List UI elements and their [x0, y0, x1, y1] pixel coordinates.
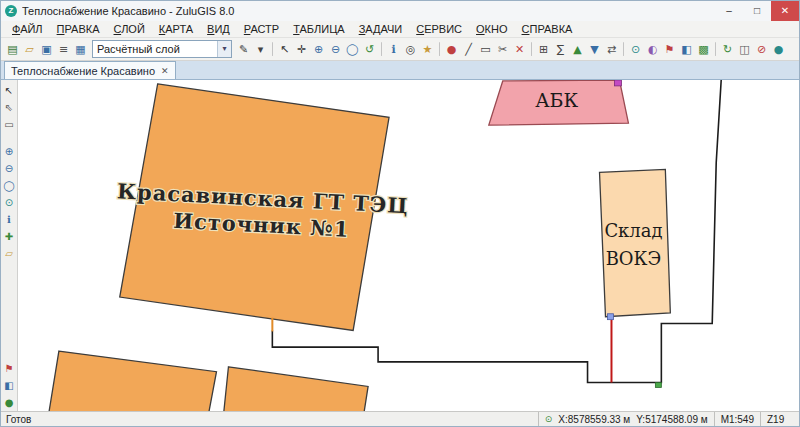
menu-item[interactable]: РАСТР [237, 21, 286, 37]
split-view-icon[interactable]: ◧ [678, 41, 695, 58]
cut-icon[interactable]: ✂ [494, 41, 511, 58]
style-dropdown-icon[interactable]: ▾ [252, 41, 269, 58]
menu-item[interactable]: ВИД [200, 21, 237, 37]
close-button[interactable]: ✕ [771, 1, 799, 21]
grid-icon[interactable]: ⊞ [535, 41, 552, 58]
open-map-icon[interactable]: ▱ [21, 41, 38, 58]
tab-close-icon[interactable]: ✕ [161, 66, 169, 76]
polygon-tool-icon[interactable]: ▭ [477, 41, 494, 58]
map-viewport[interactable]: Красавинская ГТ ТЭЦ Источник №1 АБК Скла… [18, 80, 799, 411]
rect-select-icon[interactable]: ▭ [2, 117, 17, 132]
zoom-window-icon[interactable]: ◯ [344, 41, 361, 58]
table-icon[interactable]: ▦ [72, 41, 89, 58]
tools-spacer [2, 263, 17, 359]
node-marker-magenta[interactable] [614, 80, 621, 86]
zoom-out-tool-icon[interactable]: ⊖ [2, 161, 17, 176]
node-marker-blue[interactable] [607, 314, 613, 320]
status-ready: Готов [1, 414, 538, 425]
move-down-icon[interactable]: ▼ [586, 41, 603, 58]
zoom-in-tool-icon[interactable]: ⊕ [2, 144, 17, 159]
object-info-icon[interactable]: ℹ [2, 212, 17, 227]
tab-label: Теплоснабжение Красавино [11, 65, 155, 77]
menu-item[interactable]: СЕРВИС [409, 21, 469, 37]
tools-gap [2, 134, 17, 142]
tab-bar: Теплоснабжение Красавино ✕ [1, 61, 799, 80]
status-scale[interactable]: М1:549 [714, 412, 760, 426]
sum-icon[interactable]: ∑ [552, 41, 569, 58]
toolbar-separator [623, 42, 624, 56]
menu-bar: ФАЙЛПРАВКАСЛОЙКАРТАВИДРАСТРТАБЛИЦАЗАДАЧИ… [1, 21, 799, 38]
flag-tool-icon[interactable]: ⚑ [2, 361, 17, 376]
edit-style-icon[interactable]: ✎ [235, 41, 252, 58]
mode-icon[interactable]: ◐ [644, 41, 661, 58]
full-extent-icon[interactable]: ⊙ [2, 195, 17, 210]
tab-map-document[interactable]: Теплоснабжение Красавино ✕ [4, 61, 176, 79]
node-marker-green[interactable] [655, 383, 661, 388]
map-canvas[interactable]: Красавинская ГТ ТЭЦ Источник №1 АБК Скла… [18, 80, 799, 411]
find-icon[interactable]: ◎ [402, 41, 419, 58]
legend-icon[interactable]: ◧ [2, 378, 17, 393]
measure-icon[interactable]: ▱ [2, 246, 17, 261]
menu-item[interactable]: СЛОЙ [107, 21, 152, 37]
layer-select[interactable]: Расчётный слой ▾ [92, 40, 232, 58]
flag-icon[interactable]: ⚑ [661, 41, 678, 58]
info-icon[interactable]: ℹ [385, 41, 402, 58]
save-icon[interactable]: ▣ [38, 41, 55, 58]
map-tool-strip: ↖⇖▭⊕⊖◯⊙ℹ✚▱⚑◧● [1, 80, 18, 411]
window-title: Теплоснабжение Красавино - ZuluGIS 8.0 [22, 5, 715, 17]
refresh-icon[interactable]: ↺ [361, 41, 378, 58]
menu-item[interactable]: ЗАДАЧИ [352, 21, 410, 37]
node-tool-icon[interactable]: ● [443, 41, 460, 58]
sklad-building-polygon[interactable] [600, 169, 671, 316]
menu-item[interactable]: ТАБЛИЦА [286, 21, 352, 37]
menu-item[interactable]: ПРАВКА [50, 21, 107, 37]
add-object-icon[interactable]: ✚ [2, 229, 17, 244]
toolbar-separator [381, 42, 382, 56]
app-window: Z Теплоснабжение Красавино - ZuluGIS 8.0… [0, 0, 800, 427]
coord-x: X:8578559.33 м [558, 414, 630, 425]
menu-item[interactable]: ОКНО [469, 21, 514, 37]
new-map-icon[interactable]: ▤ [4, 41, 21, 58]
app-icon: Z [5, 5, 17, 17]
line-tool-icon[interactable]: ╱ [460, 41, 477, 58]
minimize-button[interactable]: – [715, 1, 743, 21]
select-tool-icon[interactable]: ↖ [276, 41, 293, 58]
marker-tool-icon[interactable]: ● [2, 395, 17, 410]
status-zoom-level[interactable]: Z19 [760, 412, 799, 426]
pan-tool-icon[interactable]: ✛ [293, 41, 310, 58]
recalc-icon[interactable]: ↻ [719, 41, 736, 58]
menu-item[interactable]: КАРТА [152, 21, 200, 37]
status-bar: Готов ⊙ X:8578559.33 м Y:5174588.09 м М1… [1, 411, 799, 426]
layer-select-value: Расчётный слой [93, 43, 217, 55]
chevron-down-icon[interactable]: ▾ [217, 41, 231, 57]
zoom-in-icon[interactable]: ⊕ [310, 41, 327, 58]
zoom-box-tool-icon[interactable]: ◯ [2, 178, 17, 193]
bookmark-icon[interactable]: ★ [419, 41, 436, 58]
main-toolbar: ▤▱▣≡▦ Расчётный слой ▾ ✎▾↖✛⊕⊖◯↺ℹ◎★●╱▭✂✕⊞… [1, 38, 799, 61]
swap-icon[interactable]: ⇄ [603, 41, 620, 58]
building-southwest-2[interactable] [222, 367, 368, 411]
zoom-out-icon[interactable]: ⊖ [327, 41, 344, 58]
coords-icon: ⊙ [545, 414, 553, 424]
coord-y: Y:5174588.09 м [636, 414, 707, 425]
windows-icon[interactable]: ◫ [736, 41, 753, 58]
toolbar-separator [715, 42, 716, 56]
layers-icon[interactable]: ≡ [55, 41, 72, 58]
source-icon[interactable]: ⊙ [627, 41, 644, 58]
move-up-icon[interactable]: ▲ [569, 41, 586, 58]
toolbar-separator [531, 42, 532, 56]
status-icon[interactable]: ● [770, 41, 787, 58]
menu-item[interactable]: СПРАВКА [515, 21, 580, 37]
sklad-label-line2: ВОКЭ [606, 248, 661, 269]
toolbar-separator [272, 42, 273, 56]
delete-icon[interactable]: ✕ [511, 41, 528, 58]
building-southwest-1[interactable] [47, 351, 217, 411]
disable-icon[interactable]: ⊘ [753, 41, 770, 58]
hatch-icon[interactable]: ▩ [695, 41, 712, 58]
menu-item[interactable]: ФАЙЛ [5, 21, 50, 37]
select-cursor-icon[interactable]: ↖ [2, 83, 17, 98]
content-area: ↖⇖▭⊕⊖◯⊙ℹ✚▱⚑◧● Красавинская ГТ ТЭЦ [1, 80, 799, 411]
maximize-button[interactable]: □ [743, 1, 771, 21]
abk-label: АБК [535, 91, 578, 112]
pan-cursor-icon[interactable]: ⇖ [2, 100, 17, 115]
